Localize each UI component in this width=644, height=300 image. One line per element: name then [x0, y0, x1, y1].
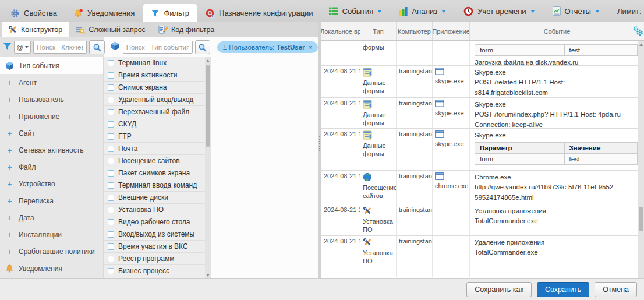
expand-plus-icon[interactable]: + — [5, 196, 14, 206]
event-type-option[interactable]: Установка ПО — [104, 204, 205, 216]
expand-plus-icon[interactable]: + — [5, 129, 14, 138]
expand-plus-icon[interactable]: + — [5, 163, 14, 172]
tag-remove-icon[interactable]: × — [309, 44, 312, 51]
sidebar-item-site[interactable]: +Сайт — [0, 125, 103, 142]
keyword-search-input[interactable] — [33, 41, 87, 54]
event-type-option[interactable]: Видео рабочего стола — [104, 216, 205, 228]
sidebar-item-network-activity[interactable]: +Сетевая активность — [0, 142, 103, 158]
checkbox[interactable] — [108, 243, 114, 250]
table-row[interactable]: 2024-08-21 11Данные формыtrainingstandsk… — [321, 129, 644, 171]
column-header[interactable]: Тип — [360, 22, 397, 40]
panel-splitter-handle[interactable] — [319, 136, 321, 151]
event-type-option[interactable]: Вход/выход из системы — [104, 228, 205, 241]
menu-events[interactable]: События — [329, 7, 383, 16]
checkbox[interactable] — [108, 146, 114, 152]
checkbox[interactable] — [108, 72, 114, 79]
events-table-scrollbar[interactable] — [638, 41, 644, 278]
menu-time-tracking[interactable]: Учет времени — [463, 6, 535, 16]
checkbox[interactable] — [108, 170, 114, 177]
sidebar-item-file[interactable]: +Файл — [0, 158, 103, 175]
checkbox[interactable] — [108, 84, 114, 91]
table-settings-icon[interactable] — [632, 26, 643, 37]
checkbox[interactable] — [108, 182, 114, 189]
table-row[interactable]: 2024-08-21 11Посещение сайтовtrainingsta… — [321, 171, 644, 204]
sidebar-item-notifications[interactable]: Уведомления — [0, 260, 103, 277]
table-row[interactable]: 2024-08-21 11Данные формыtrainingstandsk… — [321, 66, 644, 98]
column-header[interactable]: Приложение — [433, 22, 470, 40]
event-type-search-button[interactable] — [195, 40, 210, 54]
tab-config-assignment[interactable]: Назначение конфигурации — [198, 4, 321, 22]
event-type-scrollbar[interactable] — [205, 57, 211, 278]
checkbox[interactable] — [108, 121, 114, 128]
sidebar-item-application[interactable]: +Приложение — [0, 108, 103, 125]
table-row[interactable]: формыformtestЗагрузка файла на disk.yand… — [321, 41, 644, 66]
checkbox[interactable] — [108, 97, 114, 103]
event-type-option[interactable]: Реестр программ — [104, 253, 205, 265]
table-row[interactable]: 2024-08-21 11Данные формыtrainingstandsk… — [321, 98, 644, 129]
column-header[interactable]: Событие — [470, 22, 644, 40]
save-as-button[interactable]: Сохранить как — [466, 282, 532, 297]
column-header[interactable]: Компьютер — [397, 22, 433, 40]
scroll-thumb[interactable] — [206, 65, 210, 147]
expand-plus-icon[interactable]: + — [5, 213, 14, 223]
event-type-option[interactable]: Посещение сайтов — [104, 155, 205, 167]
tab-properties[interactable]: Свойства — [3, 4, 65, 22]
expand-plus-icon[interactable]: + — [5, 112, 14, 121]
event-type-option[interactable]: Время активности — [104, 69, 205, 82]
expand-plus-icon[interactable]: + — [5, 95, 14, 104]
keyword-search-button[interactable] — [89, 40, 104, 54]
event-type-option[interactable]: Снимок экрана — [104, 82, 205, 94]
checkbox[interactable] — [108, 60, 114, 66]
keyword-scope-dropdown[interactable]: @ — [14, 41, 31, 54]
sidebar-item-date[interactable]: +Дата — [0, 209, 103, 226]
expand-plus-icon[interactable]: + — [5, 78, 14, 87]
expand-plus-icon[interactable]: + — [5, 179, 14, 189]
event-type-option[interactable]: Терминал ввода команд — [104, 179, 205, 192]
scroll-down-icon[interactable] — [205, 271, 211, 278]
sidebar-item-device[interactable]: +Устройство — [0, 175, 103, 192]
sidebar-item-agent[interactable]: +Агент — [0, 74, 103, 91]
checkbox[interactable] — [108, 195, 114, 201]
scroll-up-icon[interactable] — [638, 41, 644, 48]
menu-reports[interactable]: Отчёты — [553, 6, 600, 16]
event-type-option[interactable]: Время участия в ВКС — [104, 241, 205, 253]
sidebar-item-event-type[interactable]: Тип события — [0, 57, 103, 74]
event-type-option[interactable]: СКУД — [104, 118, 205, 130]
scroll-up-icon[interactable] — [205, 57, 211, 64]
event-type-option[interactable]: Почта — [104, 143, 205, 155]
column-header[interactable]: Локальное вр — [321, 22, 360, 40]
checkbox[interactable] — [108, 207, 114, 213]
subtab-filter-code[interactable]: Код фильтра — [152, 22, 221, 37]
checkbox[interactable] — [108, 219, 114, 225]
checkbox[interactable] — [108, 231, 114, 238]
checkbox[interactable] — [108, 133, 114, 140]
event-type-option[interactable]: Перехваченный файл — [104, 106, 205, 118]
checkbox[interactable] — [108, 268, 114, 274]
event-type-option[interactable]: Удаленный вход/выход — [104, 94, 205, 106]
subtab-constructor[interactable]: Конструктор — [2, 22, 69, 37]
event-type-option[interactable]: Терминал linux — [104, 57, 205, 69]
sidebar-item-triggered-policies[interactable]: +Сработавшие политики — [0, 243, 103, 260]
filter-tag-user[interactable]: ± Пользователь: TestUser × — [217, 41, 318, 53]
event-type-search-input[interactable] — [123, 41, 193, 54]
checkbox[interactable] — [108, 256, 114, 262]
subtab-complex-query[interactable]: Сложный запрос — [69, 22, 152, 37]
expand-plus-icon[interactable]: + — [5, 247, 14, 256]
checkbox[interactable] — [108, 158, 114, 164]
checkbox[interactable] — [108, 109, 114, 115]
save-button[interactable]: Сохранить — [537, 282, 589, 297]
table-row[interactable]: 2024-08-21 11Установка ПОtrainingstandУс… — [321, 204, 644, 236]
event-type-option[interactable]: Пакет снимков экрана — [104, 167, 205, 179]
tab-notifications[interactable]: Уведомления — [66, 4, 142, 22]
sidebar-item-correspondence[interactable]: +Переписка — [0, 192, 103, 209]
cancel-button[interactable]: Отмена — [595, 282, 637, 297]
menu-analysis[interactable]: Анализ — [399, 7, 446, 16]
expand-plus-icon[interactable]: + — [5, 146, 14, 155]
table-row[interactable]: 2024-08-21 11Установка ПОtrainingstandУд… — [321, 236, 644, 277]
event-type-option[interactable]: Внешние диски — [104, 192, 205, 204]
sidebar-item-installations[interactable]: +Инсталляции — [0, 226, 103, 243]
tab-filter[interactable]: Фильтр — [143, 4, 197, 22]
sidebar-item-user[interactable]: +Пользователь — [0, 91, 103, 108]
event-type-option[interactable]: Бизнес процесс — [104, 265, 205, 277]
expand-plus-icon[interactable]: + — [5, 230, 14, 239]
